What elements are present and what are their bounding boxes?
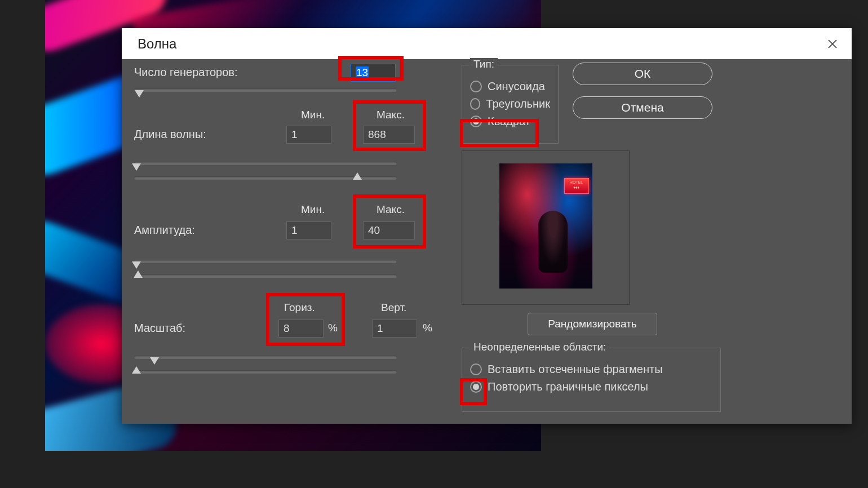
radio-icon — [470, 363, 482, 375]
wavelength-max-input[interactable] — [363, 126, 415, 144]
undefined-areas-legend: Неопределенные области: — [470, 341, 609, 353]
slider-thumb[interactable] — [134, 270, 143, 278]
radio-triangle-label: Треугольник — [486, 97, 550, 110]
preview-area: HOTEL♦♦♦ — [462, 150, 630, 305]
wave-dialog: Волна Число генераторов: 13 Мин. Макс. Д… — [122, 28, 852, 424]
wavelength-max-label: Макс. — [377, 109, 405, 121]
radio-triangle[interactable]: Треугольник — [470, 97, 550, 110]
type-legend: Тип: — [470, 58, 498, 70]
cancel-button[interactable]: Отмена — [573, 96, 712, 119]
slider-thumb[interactable] — [150, 357, 159, 365]
slider-thumb[interactable] — [132, 163, 141, 171]
radio-icon — [470, 81, 482, 92]
figure-silhouette — [538, 211, 568, 273]
percent-symbol: % — [423, 322, 432, 334]
amplitude-max-input[interactable] — [363, 221, 415, 239]
undefined-areas-group: Неопределенные области: Вставить отсечен… — [462, 348, 721, 412]
slider-thumb[interactable] — [132, 261, 141, 269]
close-icon[interactable] — [826, 37, 839, 51]
radio-wrap-label: Вставить отсеченные фрагменты — [488, 363, 663, 376]
scale-label: Масштаб: — [134, 322, 185, 335]
radio-sine-label: Синусоида — [488, 80, 545, 93]
radio-repeat[interactable]: Повторить граничные пикселы — [470, 380, 712, 393]
radio-sine[interactable]: Синусоида — [470, 80, 550, 93]
radio-square[interactable]: Квадрат — [470, 115, 550, 128]
ok-button[interactable]: ОК — [573, 63, 712, 85]
radio-icon — [470, 381, 482, 393]
dialog-titlebar[interactable]: Волна — [122, 28, 852, 59]
scale-vert-label: Верт. — [381, 301, 406, 314]
dialog-title: Волна — [138, 36, 176, 52]
type-group: Тип: Синусоида Треугольник Квадрат — [462, 65, 559, 144]
amplitude-min-label: Мин. — [301, 203, 325, 216]
wavelength-min-label: Мин. — [301, 109, 325, 121]
preview-thumbnail: HOTEL♦♦♦ — [499, 163, 592, 289]
wavelength-min-slider[interactable] — [134, 162, 397, 165]
amplitude-min-slider[interactable] — [134, 260, 397, 263]
amplitude-min-input[interactable] — [286, 221, 331, 239]
radio-square-label: Квадрат — [488, 115, 530, 128]
amplitude-max-slider[interactable] — [134, 274, 397, 278]
scale-horiz-input[interactable] — [278, 320, 324, 338]
scale-horiz-slider[interactable] — [134, 356, 397, 359]
radio-icon — [470, 116, 482, 127]
wavelength-min-input[interactable] — [286, 126, 331, 144]
radio-wrap[interactable]: Вставить отсеченные фрагменты — [470, 363, 712, 376]
generators-slider[interactable] — [134, 88, 397, 92]
randomize-button[interactable]: Рандомизировать — [528, 313, 657, 335]
scale-vert-input[interactable] — [372, 320, 417, 338]
percent-symbol: % — [328, 322, 338, 334]
wavelength-max-slider[interactable] — [134, 176, 397, 180]
scale-vert-slider[interactable] — [134, 370, 397, 374]
radio-repeat-label: Повторить граничные пикселы — [488, 380, 648, 393]
neon-sign-icon: HOTEL♦♦♦ — [564, 178, 589, 194]
wavelength-label: Длина волны: — [134, 128, 206, 141]
slider-thumb[interactable] — [353, 172, 362, 180]
radio-icon — [470, 98, 480, 110]
amplitude-label: Амплитуда: — [134, 224, 195, 237]
scale-horiz-label: Гориз. — [284, 301, 315, 314]
amplitude-max-label: Макс. — [377, 203, 405, 216]
generators-input[interactable]: 13 — [351, 64, 396, 82]
generators-label: Число генераторов: — [134, 66, 238, 79]
slider-thumb[interactable] — [135, 90, 144, 97]
slider-thumb[interactable] — [132, 366, 141, 374]
